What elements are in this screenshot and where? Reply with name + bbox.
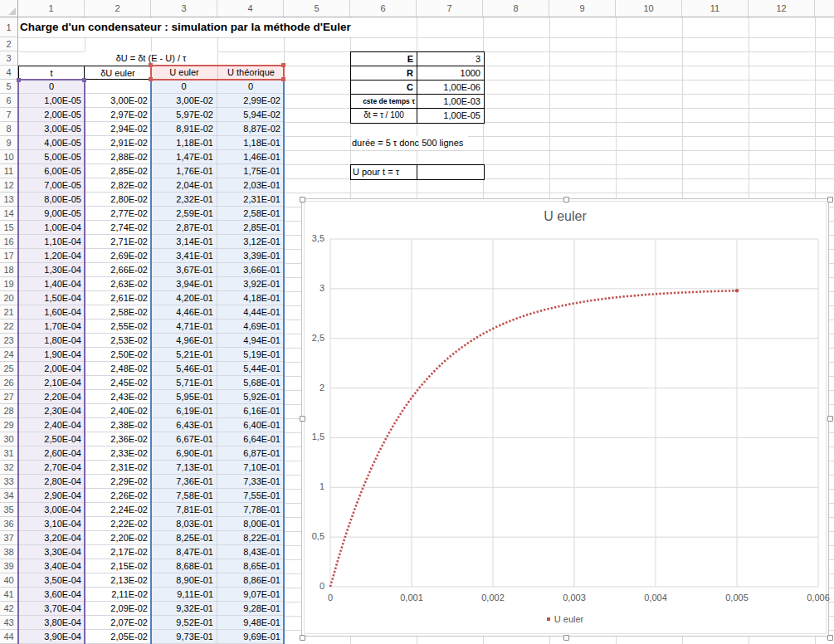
cell-r7c4[interactable]: 5,94E-02 [217,108,284,122]
cell-r14c2[interactable]: 2,77E-02 [85,207,151,221]
red-range-handle[interactable] [281,77,285,81]
param-row-E[interactable]: E 3 [351,52,484,66]
cell-r44c3[interactable]: 9,73E-01 [151,630,217,644]
purple-range-handle[interactable] [17,78,21,82]
cell-r38c4[interactable]: 8,43E-01 [217,545,284,559]
cell-r37c4[interactable]: 8,22E-01 [217,531,284,545]
cell-r32c4[interactable]: 7,10E-01 [217,461,284,475]
cell-r24c1[interactable]: 1,90E-04 [18,348,85,362]
row-header-27[interactable]: 27 [0,390,17,404]
cell-r6c3[interactable]: 3,00E-02 [151,94,217,108]
cell-r27c2[interactable]: 2,43E-02 [85,390,151,404]
red-range-handle[interactable] [281,63,285,67]
series-last-point[interactable] [735,289,739,292]
cell-r8c1[interactable]: 3,00E-05 [18,122,85,136]
column-header-4[interactable]: 4 [217,0,284,17]
cell-r29c4[interactable]: 6,40E-01 [217,418,284,432]
param-row-tau[interactable]: cste de temps τ 1,00E-03 [351,95,484,109]
cell-r33c4[interactable]: 7,33E-01 [217,475,284,489]
cell-r11c4[interactable]: 1,75E-01 [217,164,284,178]
row-header-30[interactable]: 30 [0,432,17,446]
series-u-euler-curve[interactable] [330,290,737,587]
cell-r36c4[interactable]: 8,00E-01 [217,517,284,531]
cell-r43c3[interactable]: 9,52E-01 [151,616,217,630]
cell-r12c4[interactable]: 2,03E-01 [217,178,284,193]
row-header-17[interactable]: 17 [0,249,17,263]
cell-r44c2[interactable]: 2,05E-02 [85,630,151,644]
row-header-25[interactable]: 25 [0,362,17,376]
cell-r35c1[interactable]: 3,00E-04 [18,503,85,517]
column-header-5[interactable]: 5 [284,0,350,17]
cell-r42c2[interactable]: 2,09E-02 [85,602,151,616]
cell-r28c1[interactable]: 2,30E-04 [18,404,85,418]
cell-r34c1[interactable]: 2,90E-04 [18,489,85,503]
row-header-14[interactable]: 14 [0,207,17,221]
cell-r30c2[interactable]: 2,36E-02 [85,432,151,446]
u-pour-value[interactable] [417,165,484,179]
param-row-C[interactable]: C 1,00E-06 [351,80,484,95]
cell-r14c4[interactable]: 2,58E-01 [217,207,284,221]
cell-r27c4[interactable]: 5,92E-01 [217,390,284,404]
cell-r17c1[interactable]: 1,20E-04 [18,249,85,263]
column-header-8[interactable]: 8 [483,0,549,17]
cell-r39c4[interactable]: 8,65E-01 [217,559,284,573]
param-value[interactable]: 3 [417,52,484,66]
cell-r31c3[interactable]: 6,90E-01 [151,446,217,461]
cell-r8c4[interactable]: 8,87E-02 [217,122,284,136]
cell-r5c2[interactable] [85,80,151,94]
cell-r39c1[interactable]: 3,40E-04 [18,559,85,573]
cell-r30c3[interactable]: 6,67E-01 [151,432,217,446]
row-header-26[interactable]: 26 [0,376,17,390]
param-value[interactable]: 1,00E-06 [417,80,484,94]
row-header-40[interactable]: 40 [0,573,17,588]
row-header-8[interactable]: 8 [0,122,17,136]
cell-r42c3[interactable]: 9,32E-01 [151,602,217,616]
cell-r30c1[interactable]: 2,50E-04 [18,432,85,446]
cell-r11c3[interactable]: 1,76E-01 [151,164,217,178]
row-header-20[interactable]: 20 [0,291,17,305]
column-header-6[interactable]: 6 [350,0,417,17]
row-header-6[interactable]: 6 [0,94,17,108]
cell-r14c1[interactable]: 9,00E-05 [18,207,85,221]
cell-r22c4[interactable]: 4,69E-01 [217,320,284,334]
row-header-4[interactable]: 4 [0,66,17,80]
cell-r29c1[interactable]: 2,40E-04 [18,418,85,432]
cell-r43c2[interactable]: 2,07E-02 [85,616,151,630]
cell-r13c4[interactable]: 2,31E-01 [217,193,284,207]
cell-r11c1[interactable]: 6,00E-05 [18,164,85,178]
red-range-handle[interactable] [149,63,153,67]
param-row-R[interactable]: R 1000 [351,66,484,80]
row-header-5[interactable]: 5 [0,80,17,94]
cell-r15c3[interactable]: 2,87E-01 [151,221,217,235]
cell-r15c4[interactable]: 2,85E-01 [217,221,284,235]
column-header-1[interactable]: 1 [18,0,85,17]
cell-r25c1[interactable]: 2,00E-04 [18,362,85,376]
row-header-13[interactable]: 13 [0,193,17,207]
cell-r27c3[interactable]: 5,95E-01 [151,390,217,404]
chart-resize-handle[interactable] [827,416,833,422]
cell-r9c2[interactable]: 2,91E-02 [85,136,151,150]
cell-r20c1[interactable]: 1,50E-04 [18,291,85,305]
row-header-32[interactable]: 32 [0,461,17,475]
cell-r35c3[interactable]: 7,81E-01 [151,503,217,517]
cell-r26c3[interactable]: 5,71E-01 [151,376,217,390]
row-header-33[interactable]: 33 [0,475,17,489]
cell-r37c3[interactable]: 8,25E-01 [151,531,217,545]
cell-r20c4[interactable]: 4,18E-01 [217,291,284,305]
row-header-18[interactable]: 18 [0,263,17,277]
cell-r21c4[interactable]: 4,44E-01 [217,305,284,320]
cell-r41c1[interactable]: 3,60E-04 [18,588,85,602]
cell-r21c3[interactable]: 4,46E-01 [151,305,217,320]
column-header-7[interactable]: 7 [417,0,483,17]
cell-r35c2[interactable]: 2,24E-02 [85,503,151,517]
cell-r25c3[interactable]: 5,46E-01 [151,362,217,376]
cell-r44c4[interactable]: 9,69E-01 [217,630,284,644]
row-header-24[interactable]: 24 [0,348,17,362]
cell-r39c2[interactable]: 2,15E-02 [85,559,151,573]
column-header-11[interactable]: 11 [682,0,749,17]
cell-r26c2[interactable]: 2,45E-02 [85,376,151,390]
row-header-39[interactable]: 39 [0,559,17,573]
cell-r29c2[interactable]: 2,38E-02 [85,418,151,432]
cell-r22c3[interactable]: 4,71E-01 [151,320,217,334]
cell-r16c2[interactable]: 2,71E-02 [85,235,151,249]
